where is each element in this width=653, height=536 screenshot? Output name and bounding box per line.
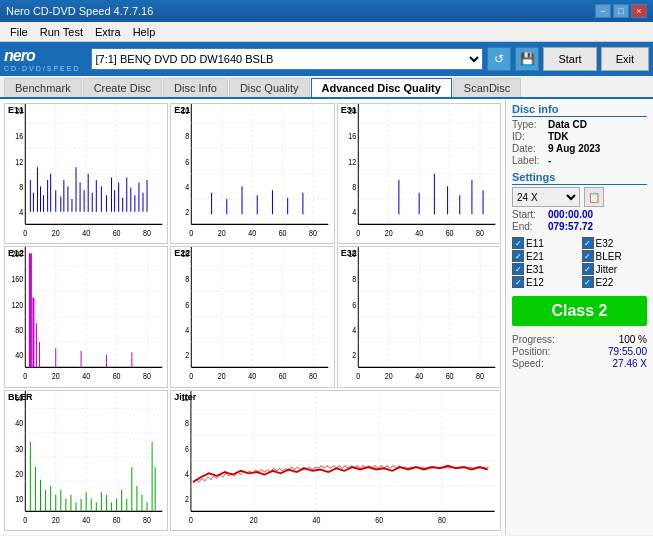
chart-bler: BLER 50 40 30 20 10 0 20 40: [4, 390, 168, 531]
svg-text:4: 4: [19, 208, 23, 218]
disc-label-label: Label:: [512, 155, 548, 166]
progress-label: Progress:: [512, 334, 555, 345]
svg-text:0: 0: [356, 371, 360, 381]
svg-text:80: 80: [15, 326, 23, 336]
chart-e21: E21 10 8 6 4 2 0 20 40: [170, 103, 334, 244]
disc-info-title: Disc info: [512, 103, 647, 117]
svg-text:40: 40: [82, 371, 90, 381]
svg-text:6: 6: [185, 444, 189, 454]
date-value: 9 Aug 2023: [548, 143, 600, 154]
cb-e22[interactable]: E22: [582, 276, 648, 288]
svg-text:20: 20: [218, 371, 226, 381]
chart-e11: E11 20 16 12 8 4: [4, 103, 168, 244]
svg-text:80: 80: [309, 371, 317, 381]
date-label: Date:: [512, 143, 548, 154]
cb-e21[interactable]: E21: [512, 250, 578, 262]
svg-text:4: 4: [185, 469, 189, 479]
start-button[interactable]: Start: [543, 47, 596, 71]
progress-section: Progress: 100 % Position: 79:55.00 Speed…: [512, 334, 647, 370]
svg-text:80: 80: [438, 515, 446, 525]
svg-text:20: 20: [384, 371, 392, 381]
cb-bler[interactable]: BLER: [582, 250, 648, 262]
svg-text:120: 120: [11, 300, 23, 310]
nero-sub: CD·DVD/SPEED: [4, 65, 81, 72]
end-label: End:: [512, 221, 548, 232]
start-value: 000:00.00: [548, 209, 593, 220]
cb-e31[interactable]: E31: [512, 263, 578, 275]
maximize-button[interactable]: □: [613, 4, 629, 18]
svg-text:60: 60: [279, 371, 287, 381]
svg-text:2: 2: [185, 494, 189, 504]
position-label: Position:: [512, 346, 550, 357]
chart-bler-title: BLER: [8, 392, 33, 402]
svg-text:16: 16: [15, 132, 23, 142]
menu-file[interactable]: File: [4, 25, 34, 39]
tabs-bar: Benchmark Create Disc Disc Info Disc Qua…: [0, 76, 653, 99]
title-bar-buttons: − □ ×: [595, 4, 647, 18]
svg-text:40: 40: [82, 228, 90, 238]
cb-jitter[interactable]: Jitter: [582, 263, 648, 275]
tab-create-disc[interactable]: Create Disc: [83, 78, 162, 97]
tab-advanced-disc-quality[interactable]: Advanced Disc Quality: [311, 78, 452, 97]
svg-text:30: 30: [15, 444, 23, 454]
chart-e12-title: E12: [8, 248, 24, 258]
svg-text:20: 20: [250, 515, 258, 525]
svg-text:20: 20: [15, 469, 23, 479]
toolbar: nero CD·DVD/SPEED [7:1] BENQ DVD DD DW16…: [0, 42, 653, 76]
svg-text:40: 40: [415, 228, 423, 238]
tab-benchmark[interactable]: Benchmark: [4, 78, 82, 97]
save-button[interactable]: 💾: [515, 47, 539, 71]
cb-e32[interactable]: E32: [582, 237, 648, 249]
exit-button[interactable]: Exit: [601, 47, 649, 71]
drive-select[interactable]: [7:1] BENQ DVD DD DW1640 BSLB: [91, 48, 484, 70]
menu-run-test[interactable]: Run Test: [34, 25, 89, 39]
svg-text:8: 8: [186, 275, 190, 285]
svg-text:12: 12: [348, 157, 356, 167]
menu-extra[interactable]: Extra: [89, 25, 127, 39]
speed-value: 27.46 X: [613, 358, 647, 369]
svg-text:8: 8: [352, 275, 356, 285]
svg-text:2: 2: [186, 351, 190, 361]
tab-scan-disc[interactable]: ScanDisc: [453, 78, 521, 97]
tab-disc-quality[interactable]: Disc Quality: [229, 78, 310, 97]
disc-label-value: -: [548, 155, 551, 166]
chart-e22: E22 10 8 6 4 2 0 20 40: [170, 246, 334, 387]
svg-text:60: 60: [445, 371, 453, 381]
svg-text:20: 20: [384, 228, 392, 238]
refresh-button[interactable]: ↺: [487, 47, 511, 71]
chart-jitter-title: Jitter: [174, 392, 196, 402]
svg-text:80: 80: [476, 228, 484, 238]
type-label: Type:: [512, 119, 548, 130]
svg-text:0: 0: [190, 228, 194, 238]
svg-text:60: 60: [376, 515, 384, 525]
minimize-button[interactable]: −: [595, 4, 611, 18]
settings-title: Settings: [512, 171, 647, 185]
tab-disc-info[interactable]: Disc Info: [163, 78, 228, 97]
svg-text:0: 0: [23, 515, 27, 525]
close-button[interactable]: ×: [631, 4, 647, 18]
svg-text:60: 60: [113, 515, 121, 525]
svg-text:6: 6: [352, 300, 356, 310]
svg-text:4: 4: [186, 182, 190, 192]
settings-icon-button[interactable]: 📋: [584, 187, 604, 207]
chart-e22-title: E22: [174, 248, 190, 258]
disc-info-section: Disc info Type: Data CD ID: TDK Date: 9 …: [512, 103, 647, 167]
menu-help[interactable]: Help: [127, 25, 162, 39]
svg-text:8: 8: [186, 132, 190, 142]
svg-text:40: 40: [82, 515, 90, 525]
svg-text:6: 6: [186, 300, 190, 310]
svg-text:2: 2: [186, 208, 190, 218]
cb-e11[interactable]: E11: [512, 237, 578, 249]
charts-area: E11 20 16 12 8 4: [0, 99, 505, 535]
svg-text:40: 40: [15, 418, 23, 428]
svg-text:0: 0: [23, 228, 27, 238]
speed-select[interactable]: 24 X Max 4 X 8 X 16 X 32 X 40 X 48 X: [512, 187, 580, 207]
main-content: E11 20 16 12 8 4: [0, 99, 653, 535]
svg-text:4: 4: [352, 326, 356, 336]
svg-text:60: 60: [113, 371, 121, 381]
type-value: Data CD: [548, 119, 587, 130]
chart-e32-title: E32: [341, 248, 357, 258]
chart-e12: E12 200 160 120 80 40 0 20 40: [4, 246, 168, 387]
svg-text:6: 6: [186, 157, 190, 167]
cb-e12[interactable]: E12: [512, 276, 578, 288]
